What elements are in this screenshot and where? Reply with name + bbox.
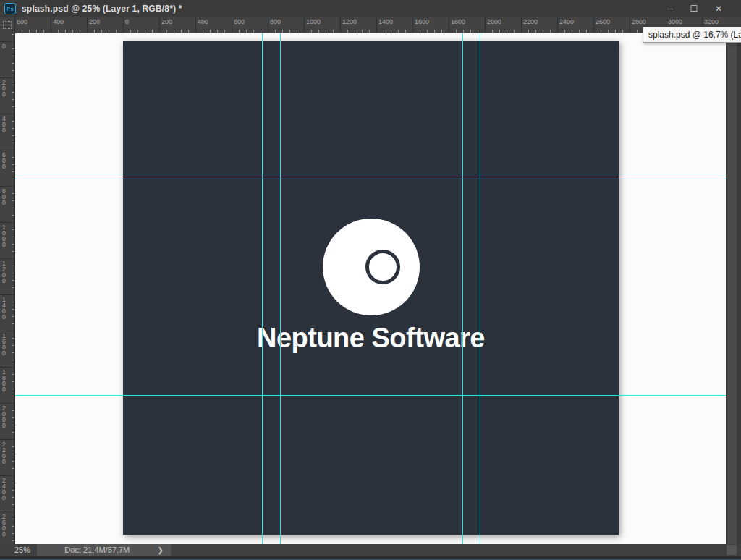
ruler-left-label: 2400: [2, 478, 6, 501]
photoshop-app-icon: Ps: [4, 3, 16, 14]
chevron-right-icon[interactable]: ❯: [158, 546, 164, 554]
ruler-left-label: 1000: [2, 224, 6, 247]
ruler-top-label: 3200: [704, 18, 719, 25]
ruler-left-label: 0: [2, 43, 6, 49]
ruler-top-label: 600: [234, 18, 245, 25]
ruler-top-label: 600: [17, 18, 27, 25]
status-bar: 25% Doc: 21,4M/57,7M ❯: [0, 544, 741, 556]
ruler-top-label: 1200: [342, 18, 357, 25]
ruler-top-label: 2800: [632, 18, 646, 25]
ruler-top-label: 1400: [378, 18, 393, 25]
ruler-left-label: 1200: [2, 260, 6, 284]
ruler-top-label: 1000: [306, 18, 321, 25]
logo-ring-icon: [365, 250, 400, 284]
vertical-guide[interactable]: [462, 33, 463, 544]
logo-text: Neptune Software: [123, 323, 619, 354]
canvas[interactable]: Neptune Software: [123, 41, 619, 535]
ruler-origin-icon: [3, 21, 12, 29]
zoom-level-field[interactable]: 25%: [14, 545, 30, 556]
ruler-top-label: 400: [53, 18, 64, 25]
ruler-left-label: 200: [2, 80, 6, 97]
ruler-left-label: 600: [2, 152, 6, 169]
window-controls: ─ ☐ ✕: [657, 0, 731, 17]
window-title: splash.psd @ 25% (Layer 1, RGB/8*) *: [22, 4, 182, 14]
vertical-guide[interactable]: [280, 33, 281, 544]
ruler-top-label: 800: [270, 18, 281, 25]
doc-info-box[interactable]: Doc: 21,4M/57,7M ❯: [37, 544, 171, 556]
tooltip: splash.psd @ 16,7% (Laye: [643, 27, 741, 43]
maximize-button[interactable]: ☐: [682, 0, 706, 17]
vertical-scrollbar[interactable]: [726, 33, 737, 544]
ruler-top-label: 1600: [415, 18, 429, 25]
ruler-top-label: 2200: [523, 18, 538, 25]
title-bar[interactable]: Ps splash.psd @ 25% (Layer 1, RGB/8*) * …: [0, 0, 741, 17]
ruler-left-label: 2200: [2, 441, 6, 464]
doc-size-info: Doc: 21,4M/57,7M: [37, 546, 158, 554]
ruler-left-label: 400: [2, 116, 6, 133]
document-viewport[interactable]: Neptune Software: [15, 33, 726, 544]
ruler-left-label: 1800: [2, 369, 6, 392]
ruler-top-label: 400: [198, 18, 208, 25]
ruler-left-label: 2000: [2, 405, 6, 428]
ruler-top-label: 2600: [596, 18, 610, 25]
ruler-left-label: 2600: [2, 514, 6, 537]
photoshop-window: { "window": { "app_icon_label": "Ps", "t…: [0, 0, 741, 560]
horizontal-guide[interactable]: [15, 395, 726, 396]
ruler-top-label: 2000: [487, 18, 501, 25]
ruler-top-label: 200: [89, 18, 100, 25]
ruler-top-label: 3000: [668, 18, 682, 25]
scrollbar-corner: [727, 545, 737, 555]
ruler-top-label: 200: [161, 18, 172, 25]
ruler-top-label: 1800: [451, 18, 465, 25]
ruler-left-label: 800: [2, 188, 6, 205]
minimize-button[interactable]: ─: [657, 0, 682, 17]
ruler-top[interactable]: 6004002000200400600800100012001400160018…: [14, 17, 741, 33]
ruler-origin-corner[interactable]: [0, 17, 15, 33]
vertical-guide[interactable]: [262, 33, 263, 544]
ruler-left-label: 1400: [2, 297, 6, 320]
vertical-guide[interactable]: [480, 33, 480, 544]
window-frame-right: [737, 17, 741, 556]
ruler-top-label: 0: [125, 18, 129, 25]
ruler-left-label: 1600: [2, 333, 6, 356]
ruler-left[interactable]: 0200400600800100012001400160018002000220…: [0, 33, 15, 544]
window-frame-bottom: [0, 556, 741, 560]
close-button[interactable]: ✕: [706, 0, 731, 17]
ruler-top-label: 2400: [559, 18, 574, 25]
horizontal-guide[interactable]: [15, 179, 726, 179]
